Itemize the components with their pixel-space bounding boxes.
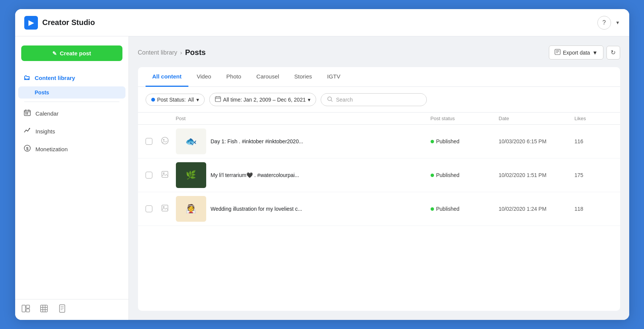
bottom-icon-3[interactable]: [58, 304, 67, 315]
post-thumbnail-2: 🌿: [176, 162, 206, 188]
col-date: Date: [499, 116, 575, 121]
header-dropdown-arrow[interactable]: ▼: [616, 20, 620, 25]
post-cell-3: 👰 Wedding illustration for my loveliest …: [176, 196, 431, 222]
post-cell-1: 🐟 Day 1: Fish . #inktober #inktober2020.…: [176, 128, 431, 154]
table-header: Post Post status Date Likes: [138, 113, 620, 125]
breadcrumb-separator: ›: [180, 50, 182, 56]
edit-icon: ✎: [52, 50, 57, 56]
sidebar-sub-item-posts[interactable]: Posts: [18, 86, 125, 99]
create-post-label: Create post: [60, 50, 91, 56]
sidebar-sub-item-posts-label: Posts: [35, 89, 49, 96]
page-top-bar: Content library › Posts: [138, 45, 620, 60]
main-content: Content library › Posts: [129, 36, 629, 320]
svg-rect-14: [41, 305, 47, 312]
status-label-1: Published: [436, 138, 460, 144]
breadcrumb: Content library › Posts: [138, 48, 206, 57]
row-check-3: [146, 205, 161, 212]
post-status-label: Post Status:: [157, 97, 186, 103]
status-dot-2: [431, 174, 434, 177]
sidebar-item-content-library-label: Content library: [35, 75, 75, 81]
row-checkbox-1[interactable]: [146, 138, 152, 145]
status-dot-filter: [151, 98, 155, 102]
svg-rect-4: [25, 113, 27, 113]
likes-cell-3: 118: [575, 206, 613, 212]
row-checkbox-3[interactable]: [146, 205, 152, 212]
nav-divider-1: [24, 102, 119, 102]
date-cell-1: 10/03/2020 6:15 PM: [499, 138, 575, 144]
sidebar-item-insights[interactable]: Insights: [18, 123, 125, 140]
refresh-icon: ↻: [611, 49, 616, 56]
col-post: Post: [176, 116, 431, 121]
tab-photo[interactable]: Photo: [219, 67, 248, 87]
sidebar-item-content-library[interactable]: 🗂 Content library: [18, 70, 125, 86]
export-button[interactable]: Export data ▼: [549, 45, 603, 60]
post-status-arrow: ▾: [196, 97, 199, 103]
status-cell-1: Published: [431, 138, 499, 144]
post-status-filter[interactable]: Post Status: All ▾: [146, 94, 205, 106]
content-library-icon: 🗂: [24, 74, 30, 82]
svg-point-8: [29, 128, 30, 129]
breadcrumb-parent[interactable]: Content library: [138, 49, 177, 56]
monetization-icon: $: [24, 144, 31, 154]
tab-all-content[interactable]: All content: [146, 67, 189, 87]
post-cell-2: 🌿 My li'l terrarium🖤 . #watercolourpai..…: [176, 162, 431, 188]
status-dot-3: [431, 207, 434, 211]
svg-point-31: [328, 97, 332, 100]
app-title: Creator Studio: [42, 18, 95, 27]
col-status: Post status: [431, 116, 499, 121]
status-dot-1: [431, 140, 434, 143]
likes-cell-1: 116: [575, 138, 613, 144]
top-header: ▶ Creator Studio ? ▼: [15, 9, 629, 36]
likes-cell-2: 175: [575, 172, 613, 178]
refresh-button[interactable]: ↻: [606, 46, 620, 60]
svg-rect-6: [25, 114, 27, 114]
date-filter[interactable]: All time: Jan 2, 2009 – Dec 6, 2021 ▾: [209, 93, 317, 106]
post-title-2: My li'l terrarium🖤 . #watercolourpai...: [211, 172, 299, 178]
svg-rect-5: [27, 113, 28, 113]
tab-igtv[interactable]: IGTV: [320, 67, 347, 87]
svg-rect-13: [26, 309, 30, 312]
search-icon: [327, 96, 333, 103]
date-range-arrow: ▾: [308, 97, 310, 103]
sidebar-item-calendar-label: Calendar: [36, 110, 59, 117]
status-cell-2: Published: [431, 172, 499, 178]
sidebar: ✎ Create post 🗂 Content library Posts: [15, 36, 129, 320]
bottom-icon-1[interactable]: [21, 304, 30, 315]
tab-video[interactable]: Video: [190, 67, 218, 87]
status-label-2: Published: [436, 172, 460, 178]
insights-icon: [24, 127, 31, 136]
search-box[interactable]: Search: [321, 93, 427, 106]
sidebar-item-monetization-label: Monetization: [36, 146, 68, 152]
sidebar-item-monetization[interactable]: $ Monetization: [18, 141, 125, 158]
date-icon: [215, 96, 221, 103]
header-right: ? ▼: [597, 16, 620, 30]
svg-rect-23: [555, 49, 560, 55]
post-title-1: Day 1: Fish . #inktober #inktober2020...: [211, 138, 303, 144]
bottom-icon-2[interactable]: [39, 304, 49, 315]
sidebar-item-calendar[interactable]: Calendar: [18, 105, 125, 122]
help-button[interactable]: ?: [597, 16, 611, 30]
row-type-icon-3: [161, 204, 176, 214]
table-row: 🌿 My li'l terrarium🖤 . #watercolourpai..…: [138, 158, 620, 192]
col-icon: [161, 116, 176, 121]
tabs-row: All content Video Photo Carousel Stories…: [138, 67, 620, 87]
create-post-button[interactable]: ✎ Create post: [21, 45, 122, 61]
svg-point-34: [163, 139, 165, 141]
app-logo: ▶: [24, 16, 38, 30]
svg-rect-12: [26, 305, 30, 308]
row-type-icon-2: [161, 170, 176, 180]
svg-point-36: [163, 172, 165, 174]
svg-rect-11: [22, 305, 25, 312]
tab-stories[interactable]: Stories: [287, 67, 319, 87]
status-cell-3: Published: [431, 206, 499, 212]
col-likes: Likes: [575, 116, 613, 121]
col-check: [146, 116, 161, 121]
app-container: ▶ Creator Studio ? ▼ ✎ Create post 🗂 Con…: [15, 9, 629, 320]
nav-section: 🗂 Content library Posts: [15, 70, 128, 299]
filters-row: Post Status: All ▾: [138, 87, 620, 113]
table-container: Post Post status Date Likes: [138, 113, 620, 311]
row-checkbox-2[interactable]: [146, 172, 152, 179]
date-range-label: All time: Jan 2, 2009 – Dec 6, 2021: [223, 97, 306, 103]
tab-carousel[interactable]: Carousel: [249, 67, 286, 87]
svg-rect-27: [215, 97, 221, 102]
